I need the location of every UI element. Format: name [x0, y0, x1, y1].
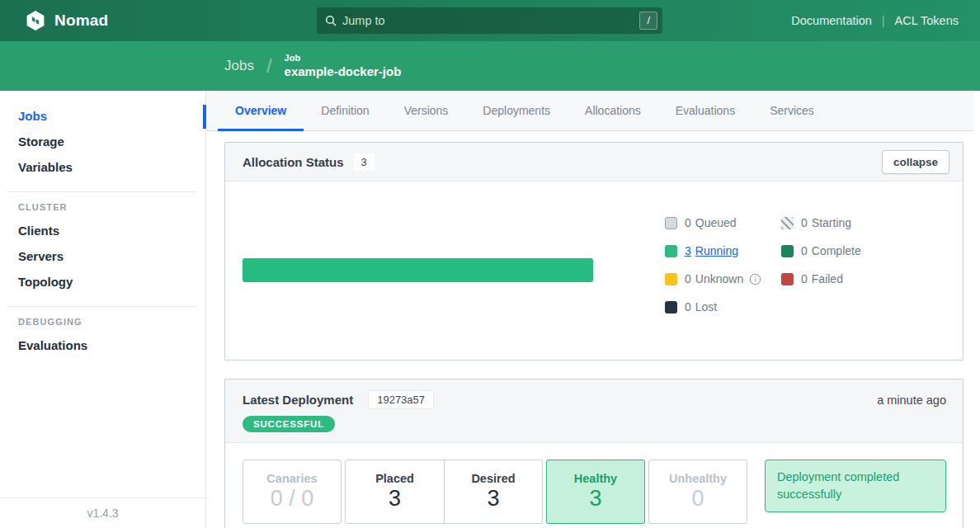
- sidebar-item-evaluations[interactable]: Evaluations: [0, 333, 205, 359]
- brand-name: Nomad: [54, 12, 108, 30]
- sidebar-divider: [7, 306, 197, 307]
- version-label: v1.4.3: [0, 497, 205, 528]
- legend-item-queued: 0 Queued: [665, 216, 781, 229]
- slash-shortcut-badge: /: [639, 12, 657, 30]
- legend-item-complete: 0 Complete: [781, 244, 913, 257]
- latest-deployment-header: Latest Deployment 19273a57 a minute ago …: [225, 380, 963, 443]
- metric-canaries: Canaries 0 / 0: [243, 460, 342, 524]
- deployment-timestamp: a minute ago: [877, 394, 946, 407]
- nomad-brand[interactable]: Nomad: [25, 10, 108, 31]
- running-swatch-icon: [665, 245, 677, 257]
- jump-to-search[interactable]: /: [317, 7, 662, 34]
- breadcrumb-entity-type: Job: [285, 53, 402, 64]
- tab-deployments[interactable]: Deployments: [465, 91, 568, 130]
- metric-healthy: Healthy 3: [546, 460, 645, 524]
- deployment-id-badge: 19273a57: [368, 390, 434, 409]
- legend-item-running: 3 Running: [665, 244, 781, 257]
- allocation-count-badge: 3: [354, 153, 375, 171]
- sidebar-item-storage[interactable]: Storage: [0, 130, 205, 155]
- tab-allocations[interactable]: Allocations: [568, 91, 658, 130]
- breadcrumb-separator: /: [266, 54, 272, 78]
- metric-unhealthy: Unhealthy 0: [648, 460, 747, 524]
- breadcrumb-current-job[interactable]: Job example-docker-job: [285, 53, 402, 80]
- failed-swatch-icon: [781, 273, 794, 285]
- unknown-info-icon[interactable]: [749, 273, 761, 285]
- page-body: Jobs Storage Variables CLUSTER Clients S…: [0, 91, 980, 528]
- allocation-status-chart: 0 Queued 0 Starting 3 Running: [225, 182, 963, 360]
- legend-item-starting: 0 Starting: [781, 216, 913, 229]
- main-content: Overview Definition Versions Deployments…: [206, 91, 980, 528]
- metric-placed: Placed 3: [346, 460, 444, 523]
- complete-swatch-icon: [781, 245, 794, 257]
- tab-versions[interactable]: Versions: [387, 91, 466, 130]
- deployment-metrics: Canaries 0 / 0 Placed 3 Desired 3: [225, 443, 963, 528]
- latest-deployment-panel: Latest Deployment 19273a57 a minute ago …: [224, 379, 964, 528]
- documentation-link[interactable]: Documentation: [791, 14, 872, 27]
- tab-definition[interactable]: Definition: [304, 91, 386, 130]
- unknown-swatch-icon: [665, 273, 677, 285]
- allocation-status-header: Allocation Status 3 collapse: [225, 143, 963, 182]
- sidebar-item-clients[interactable]: Clients: [0, 219, 205, 244]
- metric-group-placed-desired: Placed 3 Desired 3: [345, 460, 543, 524]
- top-navbar: Nomad / Documentation | ACL Tokens: [0, 0, 980, 41]
- deployment-message: Deployment completed successfully: [765, 460, 946, 512]
- legend-item-lost: 0 Lost: [665, 300, 781, 314]
- queued-swatch-icon: [665, 217, 677, 229]
- sidebar: Jobs Storage Variables CLUSTER Clients S…: [0, 91, 206, 528]
- collapse-button[interactable]: collapse: [882, 150, 949, 174]
- sidebar-item-jobs[interactable]: Jobs: [0, 104, 205, 130]
- legend-item-unknown: 0 Unknown: [665, 272, 781, 285]
- scrollbar-gutter[interactable]: [973, 91, 980, 528]
- search-input[interactable]: [342, 14, 639, 27]
- breadcrumb: Jobs / Job example-docker-job: [0, 41, 980, 91]
- job-tabs: Overview Definition Versions Deployments…: [206, 91, 980, 131]
- tab-services[interactable]: Services: [752, 91, 832, 130]
- allocation-status-panel: Allocation Status 3 collapse 0 Queued: [224, 142, 964, 361]
- sidebar-section-debugging: DEBUGGING: [0, 317, 205, 327]
- sidebar-divider: [7, 191, 197, 192]
- metric-desired: Desired 3: [444, 460, 542, 523]
- lost-swatch-icon: [665, 301, 677, 314]
- tab-overview[interactable]: Overview: [218, 91, 304, 130]
- legend-item-failed: 0 Failed: [781, 272, 913, 285]
- navbar-links: Documentation | ACL Tokens: [791, 0, 959, 41]
- running-allocations-link[interactable]: 3 Running: [685, 244, 738, 257]
- acl-tokens-link[interactable]: ACL Tokens: [895, 14, 959, 27]
- navbar-links-divider: |: [882, 14, 885, 27]
- nomad-logo-icon: [25, 10, 46, 31]
- page-title: example-docker-job: [285, 64, 402, 80]
- tab-evaluations[interactable]: Evaluations: [658, 91, 752, 130]
- deployment-status-badge: SUCCESSFUL: [243, 416, 335, 432]
- latest-deployment-title: Latest Deployment: [243, 393, 353, 407]
- starting-swatch-icon: [781, 217, 794, 229]
- content-area: Allocation Status 3 collapse 0 Queued: [206, 131, 980, 528]
- allocation-status-title: Allocation Status: [243, 155, 344, 169]
- sidebar-item-servers[interactable]: Servers: [0, 244, 205, 270]
- search-icon: [325, 15, 337, 26]
- sidebar-item-variables[interactable]: Variables: [0, 155, 205, 181]
- running-allocations-bar[interactable]: [243, 258, 593, 282]
- sidebar-section-cluster: CLUSTER: [0, 202, 205, 212]
- breadcrumb-jobs-link[interactable]: Jobs: [224, 58, 254, 74]
- sidebar-item-topology[interactable]: Topology: [0, 270, 205, 295]
- allocation-legend: 0 Queued 0 Starting 3 Running: [665, 216, 913, 314]
